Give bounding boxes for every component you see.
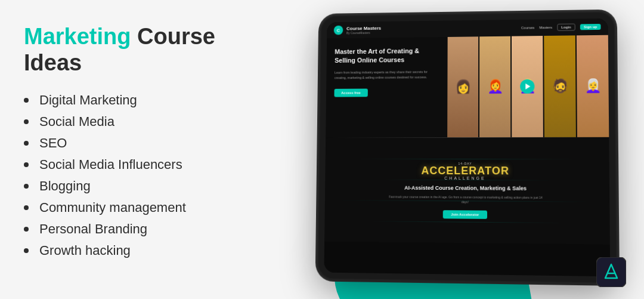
- hero-person-4: 🧔: [544, 35, 576, 137]
- list-item: SEO: [24, 135, 262, 151]
- face-icon-1: 👩: [447, 36, 478, 137]
- hero-person-1: 👩: [447, 36, 478, 137]
- list-item: Personal Branding: [24, 221, 262, 237]
- hero-title: Master the Art of Creating & Selling Onl…: [335, 47, 435, 66]
- list-item: Social Media: [24, 114, 262, 130]
- accelerator-section: 14-DAY ACCELERATOR CHALLENGE AI-Assisted…: [324, 138, 610, 245]
- play-triangle-icon: [525, 84, 530, 90]
- hero-person-5: 👩‍🦳: [577, 35, 609, 137]
- logo-text-group: Course Masters By CourseMasters: [346, 25, 381, 34]
- bullet-icon: [24, 141, 29, 146]
- website-mockup: C Course Masters By CourseMasters Course…: [324, 19, 610, 277]
- face-icon-5: 👩‍🦳: [577, 35, 609, 137]
- tablet-mockup-panel: C Course Masters By CourseMasters Course…: [298, 6, 632, 292]
- bullet-icon: [24, 184, 29, 189]
- hero-cta-button[interactable]: Access free: [334, 89, 367, 97]
- hero-section: Master the Art of Creating & Selling Onl…: [326, 35, 609, 138]
- hero-person-3: 👱‍♀️: [512, 36, 543, 137]
- bullet-icon: [24, 98, 29, 103]
- accel-title-big: ACCELERATOR: [422, 165, 509, 176]
- bullet-icon: [24, 205, 29, 210]
- accel-desc: Fast-track your course creation in the A…: [388, 195, 544, 205]
- face-icon-2: 👩‍🦰: [479, 36, 510, 137]
- nav-login-button[interactable]: Login: [557, 23, 575, 30]
- course-list: Digital Marketing Social Media SEO Socia…: [24, 93, 262, 258]
- nav-links: Courses Masters Login Sign up: [521, 23, 601, 32]
- left-content-panel: Marketing Course Ideas Digital Marketing…: [24, 24, 262, 264]
- title-highlight: Marketing: [24, 24, 131, 49]
- play-button[interactable]: [520, 79, 534, 94]
- list-item: Blogging: [24, 178, 262, 194]
- list-item: Community management: [24, 200, 262, 215]
- list-item: Growth hacking: [24, 243, 262, 258]
- list-item: Digital Marketing: [24, 93, 262, 108]
- nav-signup-button[interactable]: Sign up: [580, 24, 601, 30]
- accel-subtitle: AI-Assisted Course Creation, Marketing &…: [404, 185, 527, 192]
- bullet-icon: [24, 162, 29, 167]
- nav-courses: Courses: [521, 26, 534, 29]
- hero-desc: Learn from leading industry experts as t…: [335, 69, 435, 81]
- bullet-icon: [24, 248, 29, 253]
- face-icon-4: 🧔: [544, 35, 576, 137]
- bullet-icon: [24, 119, 29, 124]
- hero-content: Master the Art of Creating & Selling Onl…: [326, 37, 443, 137]
- nav-masters: Masters: [539, 26, 552, 29]
- svg-rect-0: [596, 257, 626, 287]
- hero-person-2: 👩‍🦰: [479, 36, 510, 137]
- accelerator-badge: 14-DAY ACCELERATOR CHALLENGE: [421, 162, 509, 180]
- list-item: Social Media Influencers: [24, 157, 262, 172]
- accel-cta-button[interactable]: Join Accelerator: [442, 210, 487, 219]
- page-title: Marketing Course Ideas: [24, 24, 262, 76]
- bullet-icon: [24, 227, 29, 232]
- corner-logo-icon: [596, 257, 626, 287]
- tablet-screen: C Course Masters By CourseMasters Course…: [324, 19, 610, 277]
- tablet-frame: C Course Masters By CourseMasters Course…: [317, 11, 618, 284]
- hero-images: 👩 👩‍🦰 👱‍♀️ 🧔: [447, 35, 609, 137]
- logo-icon: C: [334, 26, 343, 35]
- site-logo: C Course Masters By CourseMasters: [334, 25, 381, 35]
